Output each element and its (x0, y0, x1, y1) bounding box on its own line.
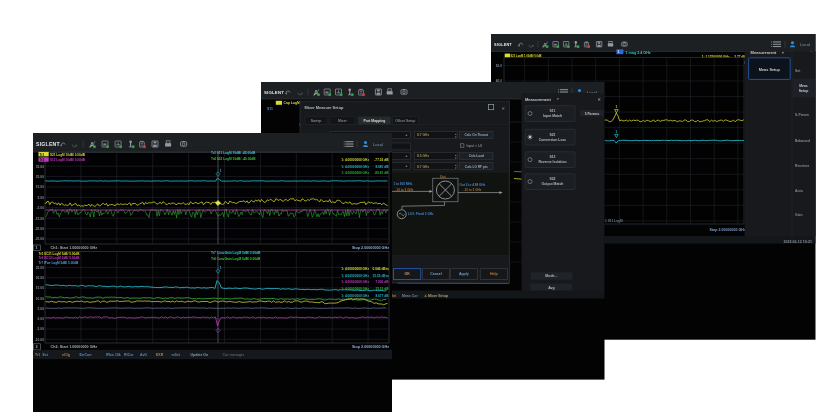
svg-text:⚠ Mixer Setup: ⚠ Mixer Setup (424, 294, 448, 298)
svg-text:Set: Set (795, 69, 801, 73)
svg-text:Gain: Gain (795, 213, 803, 217)
svg-text:Cor manager: Cor manager (223, 353, 245, 357)
svg-text:Tr3 S11 LogM 10dB/ -45.00dB: Tr3 S11 LogM 10dB/ -45.00dB (211, 151, 256, 155)
svg-text:Stop 2.00000000 GHz: Stop 2.00000000 GHz (352, 345, 389, 349)
svg-text:Reverse Isolation: Reverse Isolation (538, 160, 566, 164)
svg-text:S21: S21 (549, 133, 555, 137)
svg-text:-85.81 dB: -85.81 dB (374, 171, 389, 175)
svg-text:Update On: Update On (191, 353, 209, 357)
svg-text:Ch2: Start 1.00000000 GHz: Ch2: Start 1.00000000 GHz (51, 345, 98, 349)
svg-text:Offset Setup: Offset Setup (395, 119, 415, 123)
svg-text:Tr7 ConvGain LogM 5dB/ 0.00dB: Tr7 ConvGain LogM 5dB/ 0.00dB (211, 251, 261, 255)
svg-text:Port Mapping: Port Mapping (364, 119, 386, 123)
svg-text:▼: ▼ (455, 157, 458, 160)
svg-text:1: 1 (220, 169, 222, 173)
svg-text:▲: ▲ (405, 133, 408, 137)
svg-text:35.00: 35.00 (36, 165, 44, 169)
svg-text:OK: OK (405, 272, 411, 276)
svg-text:Local: Local (800, 42, 810, 47)
svg-text:5.00: 5.00 (38, 307, 45, 311)
svg-text:Meas Setup: Meas Setup (759, 68, 781, 72)
svg-text:S12 LogM 10dB/ 0.00dB: S12 LogM 10dB/ 0.00dB (50, 158, 86, 162)
svg-text:-25.00: -25.00 (35, 227, 45, 231)
svg-text:1: 4.00000000 GHz: 1: 4.00000000 GHz (341, 274, 369, 278)
svg-text:▲: ▲ (405, 154, 408, 158)
svg-text:15.00: 15.00 (36, 286, 44, 290)
svg-text:1: 1 (617, 50, 619, 54)
svg-text:Mixer: Mixer (338, 119, 348, 123)
svg-text:Ext: Ext (43, 353, 49, 357)
svg-text:Cancel: Cancel (430, 272, 442, 276)
svg-text:Local: Local (373, 142, 383, 147)
svg-text:Ch1: Start 1.00000000 GHz: Ch1: Start 1.00000000 GHz (51, 246, 98, 250)
svg-text:-77.03 dB: -77.03 dB (374, 158, 389, 162)
svg-text:Help: Help (490, 272, 498, 276)
svg-text:1 mag 2.4 GHz: 1 mag 2.4 GHz (626, 51, 651, 55)
svg-text:1: 4.00000000 GHz: 1: 4.00000000 GHz (341, 280, 369, 284)
svg-text:Stop 2.00000000 GHz: Stop 2.00000000 GHz (352, 246, 389, 250)
svg-text:1: 4.00000000 GHz: 1: 4.00000000 GHz (341, 171, 369, 175)
svg-text:Calc On Timout: Calc On Timout (465, 133, 489, 137)
svg-text:Tr2: Tr2 (39, 158, 44, 162)
svg-text:Stop 2.00000000 GHz: Stop 2.00000000 GHz (709, 228, 745, 232)
svg-text:S22: S22 (549, 177, 555, 181)
svg-text:15.55 dBm: 15.55 dBm (373, 274, 389, 278)
svg-text:5 Params: 5 Params (585, 112, 600, 116)
svg-text:1: 4.00000000 GHz: 1: 4.00000000 GHz (341, 267, 369, 271)
svg-text:Receiver: Receiver (795, 164, 810, 168)
svg-text:5.00: 5.00 (38, 196, 45, 200)
svg-text:S21 LogM 10dB/ 0.00dB: S21 LogM 10dB/ 0.00dB (50, 153, 86, 157)
svg-text:8.677 dB: 8.677 dB (375, 294, 389, 298)
svg-text:IFbw 10k: IFbw 10k (106, 353, 121, 357)
svg-text:Balanced: Balanced (795, 139, 810, 143)
svg-text:1 S11 LogM: 1 S11 LogM (605, 219, 623, 223)
svg-text:▾: ▾ (556, 97, 559, 101)
svg-text:S11: S11 (550, 109, 556, 113)
svg-text:mSet: mSet (172, 353, 181, 357)
svg-text:0.046 dBm: 0.046 dBm (373, 267, 389, 271)
svg-text:EXR: EXR (156, 353, 164, 357)
svg-text:7.000 dB: 7.000 dB (375, 280, 389, 284)
svg-text:Tr5 SC21 LogM 5dB/ 5.00dB: Tr5 SC21 LogM 5dB/ 5.00dB (39, 252, 81, 256)
svg-text:15.00: 15.00 (36, 185, 44, 189)
svg-text:2023-06-12 19:21: 2023-06-12 19:21 (783, 240, 812, 244)
svg-text:Calc Load: Calc Load (469, 154, 484, 158)
svg-text:-10 to 3 GHz: -10 to 3 GHz (464, 188, 482, 192)
svg-text:S-Param: S-Param (795, 113, 809, 117)
svg-text:Mixer Measure Setup: Mixer Measure Setup (305, 105, 345, 110)
svg-text:Avg: Avg (548, 286, 554, 290)
svg-text:▼: ▼ (455, 167, 458, 170)
svg-text:LO1: Fixed 3 GHz: LO1: Fixed 3 GHz (408, 212, 434, 216)
svg-text:1: 4.00000000 GHz: 1: 4.00000000 GHz (341, 158, 369, 162)
svg-text:2: 2 (35, 345, 37, 349)
svg-text:Conversion Loss: Conversion Loss (539, 138, 567, 142)
svg-text:SIGLENT: SIGLENT (264, 90, 284, 95)
svg-text:RfCor: RfCor (124, 353, 134, 357)
svg-text:8.7 GHz: 8.7 GHz (417, 165, 429, 169)
svg-text:8.7 GHz: 8.7 GHz (417, 133, 429, 137)
svg-text:Apply: Apply (459, 272, 469, 276)
svg-text:S11: S11 (267, 107, 273, 111)
svg-text:Calc LO RF pts: Calc LO RF pts (465, 165, 488, 169)
svg-text:Tr4 S22 LogM 10dB/ -45.00dB: Tr4 S22 LogM 10dB/ -45.00dB (211, 157, 256, 161)
svg-text:25.00: 25.00 (36, 175, 44, 179)
svg-text:SIGLENT: SIGLENT (36, 141, 61, 147)
svg-text:50.0: 50.0 (496, 64, 502, 68)
svg-text:Input > LO: Input > LO (467, 144, 483, 148)
svg-text:1: 1 (615, 130, 617, 134)
svg-text:Auto: Auto (795, 189, 803, 193)
svg-text:8.5 GHz: 8.5 GHz (417, 154, 429, 158)
svg-text:Measurement: Measurement (751, 50, 777, 55)
svg-text:Meas: Meas (799, 84, 808, 88)
svg-text:15.15 dB: 15.15 dB (375, 287, 389, 291)
svg-text:1: 1 (220, 266, 222, 270)
svg-text:-5.00: -5.00 (36, 206, 44, 210)
svg-text:Setup: Setup (799, 89, 808, 93)
svg-text:1: 4.00000000 GHz: 1: 4.00000000 GHz (341, 165, 369, 169)
svg-text:1 to 500 MHz: 1 to 500 MHz (394, 182, 413, 186)
svg-text:Tr1: Tr1 (35, 353, 40, 357)
svg-text:▾: ▾ (781, 51, 784, 55)
svg-text:-10 to 3 GHz: -10 to 3 GHz (396, 188, 414, 192)
svg-text:Input Match: Input Match (543, 114, 562, 118)
svg-text:ErrCorr: ErrCorr (80, 353, 93, 357)
